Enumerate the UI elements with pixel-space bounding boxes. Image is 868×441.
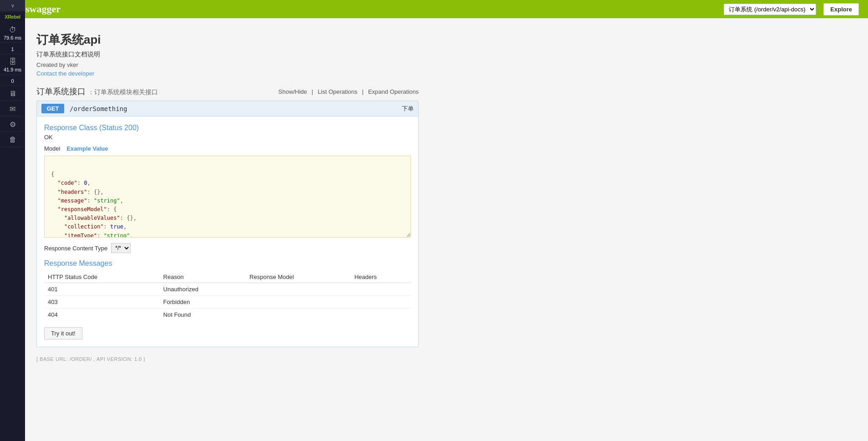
- contact-developer-link[interactable]: Contact the developer: [36, 70, 419, 77]
- chevron-down-icon: ∨: [11, 3, 15, 9]
- model-tabs: Model Example Value: [44, 145, 411, 152]
- api-group-title: 订单系统接口 ：订单系统模块相关接口: [36, 86, 279, 97]
- table-row: 401 Unauthorized: [44, 283, 411, 296]
- headers-403: [351, 296, 411, 309]
- table-header-headers: Headers: [351, 271, 411, 283]
- expand-operations-link[interactable]: Expand Operations: [368, 88, 419, 95]
- xrebel-collapse-btn[interactable]: ∨: [0, 0, 25, 11]
- xrebel-brand-label: XRebel: [5, 14, 20, 20]
- operation-header[interactable]: GET /orderSomething 下单: [37, 101, 418, 116]
- response-ok-text: OK: [44, 134, 411, 141]
- xrebel-count2-value: 0: [11, 78, 14, 84]
- status-404: 404: [44, 309, 160, 321]
- json-example-box: { "code": 0, "headers": {}, "message": "…: [44, 156, 411, 238]
- table-header-status: HTTP Status Code: [44, 271, 160, 283]
- response-content-type-select[interactable]: */*: [111, 243, 131, 253]
- xrebel-mail-item[interactable]: ✉: [0, 101, 25, 117]
- xrebel-settings-item[interactable]: ⚙: [0, 117, 25, 132]
- xrebel-count1-value: 1: [11, 46, 14, 52]
- json-content: { "code": 0, "headers": {}, "message": "…: [51, 171, 137, 238]
- model-404: [246, 309, 351, 321]
- show-hide-link[interactable]: Show/Hide: [279, 88, 307, 95]
- operation-path: /orderSomething: [70, 105, 402, 112]
- api-group-name: 订单系统接口: [36, 87, 86, 96]
- main-content: 订单系统api 订单系统接口文档说明 Created by vker Conta…: [27, 18, 437, 375]
- response-class-title: Response Class (Status 200): [44, 124, 411, 132]
- xrebel-db-item[interactable]: 🗄 41.9 ms: [0, 54, 25, 75]
- example-value-tab[interactable]: Example Value: [66, 145, 108, 152]
- response-messages-title: Response Messages: [44, 259, 411, 268]
- model-tab[interactable]: Model: [44, 145, 60, 152]
- reason-401: Unauthorized: [160, 283, 246, 296]
- api-title: 订单系统api: [36, 32, 419, 48]
- api-group-subtitle: ：订单系统模块相关接口: [88, 88, 158, 96]
- model-401: [246, 283, 351, 296]
- xrebel-trash-item[interactable]: 🗑: [0, 132, 25, 147]
- api-footer: [ BASE URL: /order/ , API VERSION: 1.0 ]: [36, 356, 419, 362]
- gear-icon: ⚙: [10, 120, 16, 129]
- mail-icon: ✉: [10, 105, 15, 113]
- separator2: |: [362, 88, 363, 95]
- api-group: 订单系统接口 ：订单系统模块相关接口 Show/Hide | List Oper…: [36, 86, 419, 347]
- operation-summary: 下单: [402, 105, 414, 113]
- model-403: [246, 296, 351, 309]
- swagger-logo-text: swagger: [25, 3, 61, 15]
- status-403: 403: [44, 296, 160, 309]
- explore-button[interactable]: Explore: [823, 3, 859, 15]
- response-content-type-label: Response Content Type: [44, 245, 107, 252]
- table-header-model: Response Model: [246, 271, 351, 283]
- table-row: 404 Not Found: [44, 309, 411, 321]
- xrebel-monitor-item[interactable]: 🖥: [0, 86, 25, 101]
- status-401: 401: [44, 283, 160, 296]
- trash-icon: 🗑: [9, 136, 16, 144]
- api-url-select[interactable]: 订单系统 (/order/v2/api-docs): [724, 4, 816, 15]
- xrebel-count2-item[interactable]: 0: [0, 75, 25, 86]
- try-it-out-button[interactable]: Try it out!: [44, 327, 82, 340]
- operation-body: Response Class (Status 200) OK Model Exa…: [37, 116, 418, 347]
- reason-403: Forbidden: [160, 296, 246, 309]
- top-navbar: {} swagger 订单系统 (/order/v2/api-docs) Exp…: [0, 0, 868, 18]
- table-row: 403 Forbidden: [44, 296, 411, 309]
- created-by-text: Created by vker: [36, 61, 419, 68]
- api-group-header: 订单系统接口 ：订单系统模块相关接口 Show/Hide | List Oper…: [36, 86, 419, 97]
- xrebel-timer-item[interactable]: ⏱ 79.6 ms: [0, 22, 25, 43]
- response-content-type-row: Response Content Type */*: [44, 243, 411, 253]
- headers-404: [351, 309, 411, 321]
- monitor-icon: 🖥: [9, 90, 16, 98]
- headers-401: [351, 283, 411, 296]
- xrebel-timer-value: 79.6 ms: [4, 35, 21, 41]
- response-messages-table: HTTP Status Code Reason Response Model H…: [44, 271, 411, 321]
- table-header-reason: Reason: [160, 271, 246, 283]
- http-method-badge: GET: [41, 104, 64, 113]
- xrebel-count1-item[interactable]: 1: [0, 43, 25, 54]
- list-operations-link[interactable]: List Operations: [318, 88, 357, 95]
- database-icon: 🗄: [9, 58, 16, 66]
- xrebel-sidebar: ∨ XRebel ⏱ 79.6 ms 1 🗄 41.9 ms 0 🖥 ✉ ⚙ 🗑: [0, 0, 25, 375]
- operation-get-order: GET /orderSomething 下单 Response Class (S…: [36, 101, 419, 347]
- api-description: 订单系统接口文档说明: [36, 51, 419, 59]
- api-group-actions: Show/Hide | List Operations | Expand Ope…: [279, 88, 419, 95]
- separator1: |: [311, 88, 313, 95]
- reason-404: Not Found: [160, 309, 246, 321]
- timer-icon: ⏱: [9, 26, 16, 34]
- xrebel-db-value: 41.9 ms: [4, 67, 21, 72]
